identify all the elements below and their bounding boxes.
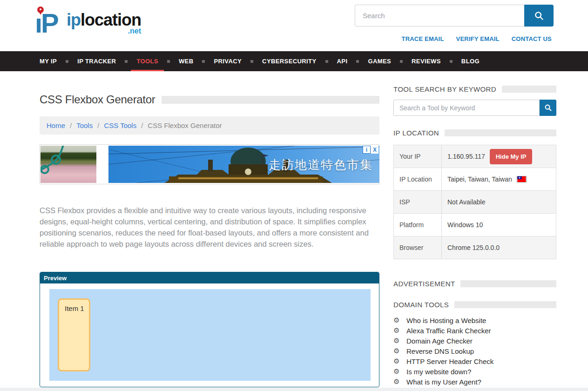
hide-my-ip-button[interactable]: Hide My IP [490,149,533,164]
contact-us-link[interactable]: CONTACT US [512,35,552,42]
header-search-input[interactable] [355,5,524,27]
next-section-edge [0,388,588,391]
gear-icon: ⚙ [393,357,406,365]
logo-word-location: location [81,10,141,29]
map-pin-icon [37,7,44,13]
nav-item-cybersecurity[interactable]: CYBERSECURITY [262,51,316,71]
row-value: 1.160.95.117 Hide My IP [442,145,556,168]
main-nav: MY IP IP TRACKER TOOLS WEB PRIVACY CYBER… [0,51,588,71]
heading-decorative-bar [445,129,556,136]
breadcrumb-tools[interactable]: Tools [76,121,93,129]
nav-item-blog[interactable]: BLOG [461,51,480,71]
nav-separator [167,60,170,63]
site-header: ıP iplocation .net TRACE EMAIL VERIFY EM… [0,0,588,51]
tool-link-label: HTTP Server Header Check [406,357,493,365]
ad-overlay-text: 走訪地道特色市集 [269,157,373,173]
list-item-who-is-hosting[interactable]: ⚙ Who is Hosting a Website [393,315,556,325]
table-row: Platform Windows 10 [394,214,556,236]
ip-location-heading-text: IP LOCATION [393,129,439,137]
list-item-website-down[interactable]: ⚙ Is my website down? [393,366,556,377]
title-row: CSS Flexbox Generator [40,93,379,106]
row-label: Browser [394,236,442,259]
advertisement-heading: ADVERTISEMENT [393,280,556,288]
row-label: Your IP [394,145,442,168]
breadcrumb-separator: / [97,121,99,129]
tool-description: CSS Flexbox provides a flexible and intu… [40,205,375,249]
list-item-domain-age[interactable]: ⚙ Domain Age Checker [393,336,556,346]
row-value: Taipei, Taiwan, Taiwan [442,168,556,191]
site-logo[interactable]: ıP iplocation .net [35,3,147,46]
ad-controls: i X [363,146,378,154]
nav-separator [356,60,359,63]
ad-photo-landscape [41,146,96,183]
title-decorative-bar [162,96,379,104]
table-row: IP Location Taipei, Taiwan, Taiwan [394,168,556,191]
list-item-reverse-dns[interactable]: ⚙ Reverse DNS Lookup [393,346,556,356]
nav-item-privacy[interactable]: PRIVACY [214,51,242,71]
nav-item-tools[interactable]: TOOLS [136,51,158,71]
logo-wordmark: iplocation .net [67,11,141,35]
gear-icon: ⚙ [393,378,406,386]
row-label: ISP [394,191,442,214]
tool-link-label: Is my website down? [406,368,471,376]
nav-separator [325,60,328,63]
nav-separator [450,60,453,63]
table-row: Your IP 1.160.95.117 Hide My IP [394,145,556,168]
list-item-user-agent[interactable]: ⚙ What is my User Agent? [393,377,556,387]
row-label: IP Location [394,168,442,191]
row-value: Chrome 125.0.0.0 [442,236,556,259]
nav-item-ip-tracker[interactable]: IP TRACKER [77,51,116,71]
ip-location-table: Your IP 1.160.95.117 Hide My IP IP Locat… [393,145,556,259]
nav-item-reviews[interactable]: REVIEWS [412,51,441,71]
nav-item-my-ip[interactable]: MY IP [40,51,57,71]
header-search [355,5,554,27]
ip-location-heading: IP LOCATION [393,129,556,137]
flex-preview-item[interactable]: Item 1 [58,298,90,371]
tool-link-label: Reverse DNS Lookup [406,347,474,355]
nav-separator [202,60,205,63]
preview-panel: Preview Item 1 [40,272,379,387]
page: ıP iplocation .net TRACE EMAIL VERIFY EM… [0,0,588,391]
tool-link-label: Alexa Traffic Rank Checker [406,327,491,335]
preview-panel-header: Preview [40,272,379,283]
breadcrumb-css-tools[interactable]: CSS Tools [104,121,136,129]
breadcrumb-current: CSS Flexbox Generator [148,121,222,129]
ad-close-icon[interactable]: X [371,146,378,154]
nav-item-web[interactable]: WEB [179,51,194,71]
row-value: Windows 10 [442,214,556,236]
table-row: ISP Not Available [394,191,556,214]
search-icon [534,11,544,21]
logo-word-main: iplocation [67,11,141,29]
nav-item-api[interactable]: API [337,51,348,71]
breadcrumb: Home / Tools / CSS Tools / CSS Flexbox G… [40,116,379,135]
gear-icon: ⚙ [393,337,406,345]
gear-icon: ⚙ [393,316,406,324]
domain-tools-heading: DOMAIN TOOLS [393,301,556,309]
tool-link-label: Domain Age Checker [406,337,473,345]
ad-banner[interactable]: 走訪地道特色市集 i X [40,144,379,184]
tool-link-label: What is my User Agent? [406,378,481,386]
logo-mark: ıP [35,8,58,38]
list-item-alexa-rank[interactable]: ⚙ Alexa Traffic Rank Checker [393,325,556,336]
ad-info-icon[interactable]: i [363,146,371,154]
table-row: Browser Chrome 125.0.0.0 [394,236,556,259]
tool-link-label: Who is Hosting a Website [406,317,486,324]
trace-email-link[interactable]: TRACE EMAIL [402,35,444,42]
header-search-button[interactable] [524,5,554,27]
tool-search-input[interactable] [393,100,540,116]
nav-separator [66,60,68,63]
breadcrumb-home[interactable]: Home [47,121,65,129]
verify-email-link[interactable]: VERIFY EMAIL [456,35,500,42]
domain-tools-heading-text: DOMAIN TOOLS [393,301,449,309]
nav-item-games[interactable]: GAMES [368,51,391,71]
tool-search-heading: TOOL SEARCH BY KEYWORD [393,85,556,93]
heading-decorative-bar [502,86,556,93]
tool-search-button[interactable] [540,100,556,116]
heading-decorative-bar [460,280,556,287]
breadcrumb-separator: / [70,121,72,129]
ip-address-value: 1.160.95.117 [447,153,485,160]
list-item-http-header[interactable]: ⚙ HTTP Server Header Check [393,356,556,366]
search-icon [544,104,552,112]
heading-decorative-bar [454,301,556,308]
page-title: CSS Flexbox Generator [40,93,155,106]
